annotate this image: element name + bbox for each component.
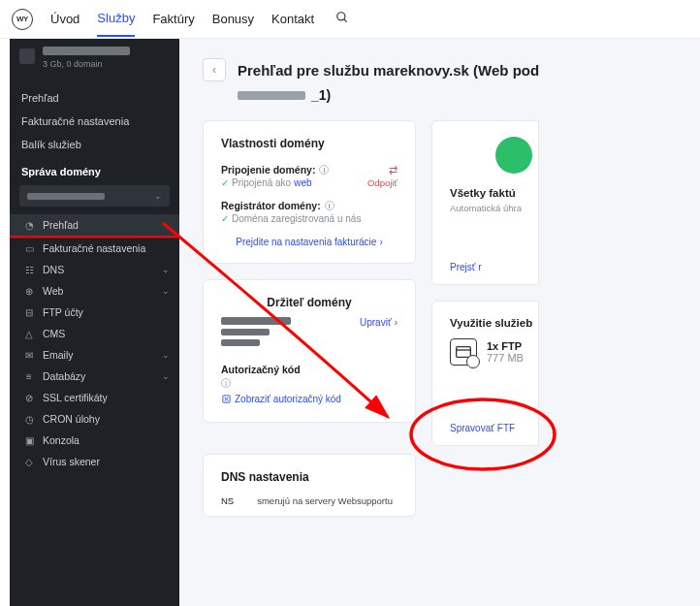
holder-detail-redacted xyxy=(221,329,270,335)
sidebar-item-label: FTP účty xyxy=(43,306,83,318)
manage-ftp-link[interactable]: Spravovať FTF xyxy=(450,423,515,433)
status-ok-icon xyxy=(495,137,532,174)
nav-sluzby[interactable]: Služby xyxy=(97,11,135,37)
sidebar-item-ftp-ty[interactable]: ⊟FTP účty xyxy=(10,302,179,323)
sidebar-item-cms[interactable]: △CMS xyxy=(10,323,179,344)
top-nav: WY Úvod Služby Faktúry Bonusy Kontakt xyxy=(0,0,700,39)
sidebar-item-label: Konzola xyxy=(43,434,80,446)
chevron-down-icon: ⌄ xyxy=(162,286,170,296)
prop-connection-value: Pripojená ako xyxy=(232,177,291,188)
holder-detail-redacted xyxy=(221,339,260,346)
card-domain-properties: Vlastnosti domény Pripojenie domény:i ✓P… xyxy=(203,120,416,264)
shield-icon: ◇ xyxy=(23,457,35,467)
nav-kontakt[interactable]: Kontakt xyxy=(271,12,314,36)
show-auth-code-link[interactable]: Zobraziť autorizačný kód xyxy=(221,394,341,404)
invoices-link[interactable]: Prejsť r xyxy=(450,262,482,272)
card-invoices: Všetky faktú Automatická úhra Prejsť r xyxy=(431,120,539,285)
account-name-redacted xyxy=(43,47,130,55)
sidebar-item-label: CMS xyxy=(43,328,65,339)
breadcrumb: ‹ Prehľad pre službu mareknovy.sk (Web p… xyxy=(203,58,700,81)
prop-connection-label: Pripojenie domény: xyxy=(221,164,315,175)
sidebar-item-v-rus-skener[interactable]: ◇Vírus skener xyxy=(10,451,179,472)
card-heading: Držiteľ domény xyxy=(267,296,351,309)
gauge-icon: ◔ xyxy=(23,220,35,231)
terminal-icon: ▣ xyxy=(23,435,35,446)
svg-line-1 xyxy=(344,19,347,22)
invoices-title: Všetky faktú xyxy=(450,187,532,199)
sidebar-item-ssl-certifik-ty[interactable]: ⊘SSL certifikáty xyxy=(10,387,179,408)
chevron-down-icon: ⌄ xyxy=(162,350,170,360)
sidebar-item-konzola[interactable]: ▣Konzola xyxy=(10,430,179,451)
billing-settings-link[interactable]: Prejdite na nastavenia fakturácie › xyxy=(236,237,382,247)
ftp-count: 1x FTP xyxy=(487,340,524,352)
domain-name-redacted xyxy=(27,193,105,200)
ftp-size: 777 MB xyxy=(487,352,524,364)
auth-code-label: Autorizačný kód xyxy=(221,364,398,375)
sidebar-item-label: Web xyxy=(43,285,63,297)
info-icon[interactable]: i xyxy=(221,378,231,388)
card-heading: Vlastnosti domény xyxy=(221,137,398,150)
nav-uvod[interactable]: Úvod xyxy=(50,12,80,36)
sidebar-item-label: SSL certifikáty xyxy=(43,392,108,403)
disconnect-icon: ⇄ xyxy=(389,164,398,176)
clock-icon: ◷ xyxy=(23,414,35,425)
sidebar-item-faktura-n-nastavenia[interactable]: ▭Fakturačné nastavenia xyxy=(10,238,179,259)
holder-name-redacted xyxy=(221,317,291,325)
check-icon: ✓ xyxy=(221,177,229,188)
svg-point-0 xyxy=(337,13,345,20)
dns-icon: ☷ xyxy=(23,265,35,275)
sidebar-item-label: Vírus skener xyxy=(43,456,100,467)
prop-registrar-value: Doména zaregistrovaná u nás xyxy=(232,213,361,224)
sidebar-item-label: Prehľad xyxy=(43,219,79,231)
prop-registrar-label: Registrátor domény: xyxy=(221,200,321,211)
ftp-icon xyxy=(450,338,477,366)
chevron-down-icon: ⌄ xyxy=(154,191,162,201)
logo-icon: WY xyxy=(12,9,33,30)
back-button[interactable]: ‹ xyxy=(203,58,226,81)
nav-faktury[interactable]: Faktúry xyxy=(152,12,194,36)
info-icon[interactable]: i xyxy=(325,201,334,210)
sidebar-item-label: DNS xyxy=(43,264,64,275)
dns-ns-key: NS xyxy=(221,495,234,506)
mail-icon: ✉ xyxy=(23,350,35,361)
main-content: ‹ Prehľad pre službu mareknovy.sk (Web p… xyxy=(179,39,700,606)
chevron-down-icon: ⌄ xyxy=(162,371,170,381)
sidebar-item-web[interactable]: ⊕Web⌄ xyxy=(10,280,179,302)
account-icon xyxy=(19,48,35,64)
info-icon[interactable]: i xyxy=(319,165,329,175)
db-icon: ≡ xyxy=(23,371,35,382)
page-title-redacted xyxy=(238,91,305,100)
chevron-down-icon: ⌄ xyxy=(162,265,170,274)
account-sub: 3 Gb, 0 domain xyxy=(43,59,130,69)
sidebar: 3 Gb, 0 domain Prehľad Fakturačné nastav… xyxy=(10,39,179,606)
disconnect-link[interactable]: Odpojiť xyxy=(367,177,398,188)
connection-web-link[interactable]: web xyxy=(294,177,311,188)
edit-holder-link[interactable]: Upraviť › xyxy=(360,317,398,328)
card-dns-settings: DNS nastavenia NS smerujú na servery Web… xyxy=(203,454,416,517)
sidebar-item-label: Fakturačné nastavenia xyxy=(43,242,145,254)
cert-icon: ⊘ xyxy=(23,393,35,403)
invoices-sub: Automatická úhra xyxy=(450,203,532,213)
svg-rect-5 xyxy=(457,347,471,358)
sidebar-item-preh-ad[interactable]: ◔Prehľad xyxy=(10,214,179,236)
sidebar-item-balik[interactable]: Balík služieb xyxy=(10,133,179,156)
globe-icon: ⊕ xyxy=(23,286,35,297)
folder-icon: ⊟ xyxy=(23,307,35,318)
card-heading: DNS nastavenia xyxy=(221,470,398,484)
sidebar-item-label: Emaily xyxy=(43,349,74,361)
search-icon[interactable] xyxy=(335,11,349,27)
sidebar-item-label: CRON úlohy xyxy=(43,413,100,425)
sidebar-account[interactable]: 3 Gb, 0 domain xyxy=(10,39,179,77)
card-icon: ▭ xyxy=(23,243,35,254)
sidebar-item-cron-lohy[interactable]: ◷CRON úlohy xyxy=(10,408,179,430)
sidebar-item-fakturacne-top[interactable]: Fakturačné nastavenia xyxy=(10,110,179,133)
sidebar-item-datab-zy[interactable]: ≡Databázy⌄ xyxy=(10,366,179,387)
sidebar-item-dns[interactable]: ☷DNS⌄ xyxy=(10,259,179,280)
sidebar-item-emaily[interactable]: ✉Emaily⌄ xyxy=(10,344,179,366)
nav-bonusy[interactable]: Bonusy xyxy=(212,12,254,36)
sidebar-group-title: Správa domény xyxy=(10,156,179,181)
card-domain-holder: Držiteľ domény Upraviť › Autorizačný kód… xyxy=(203,279,416,423)
sidebar-domain-selector[interactable]: ⌄ xyxy=(19,185,170,207)
sidebar-item-prehlad-top[interactable]: Prehľad xyxy=(10,86,179,110)
check-icon: ✓ xyxy=(221,213,229,224)
